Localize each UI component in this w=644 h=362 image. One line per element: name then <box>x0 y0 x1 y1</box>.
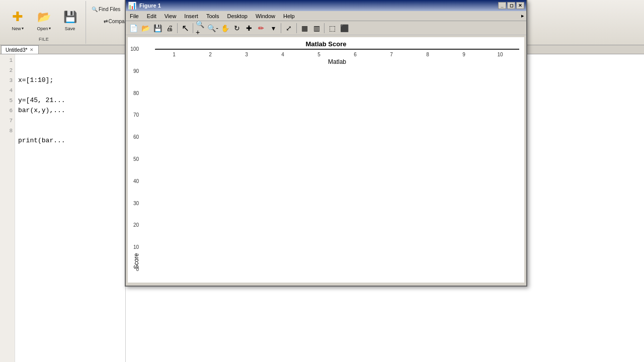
x-label-1: 1 <box>156 54 192 57</box>
y-tick-50: 50 <box>133 156 139 162</box>
code-line-2: x=[1:10]; <box>18 76 53 84</box>
code-line-5: bar(x,y),... <box>18 107 65 114</box>
x-axis-label: Matlab <box>155 57 519 66</box>
line-num-8: 8 <box>0 126 15 136</box>
code-line-3 <box>18 86 22 94</box>
editor-tab[interactable]: Untitled3* ✕ <box>1 45 39 54</box>
line-numbers: 1 2 3 4 5 6 7 8 <box>0 54 15 362</box>
x-label-6: 6 <box>337 54 373 57</box>
chart-area: Matlab Score Score 100 90 80 70 60 50 40 <box>128 54 524 283</box>
line-num-2: 2 <box>0 65 15 75</box>
toolbar-group-file: ✚ New ▾ 📂 Open ▾ 💾 Save FILE <box>2 1 86 44</box>
y-tick-80: 80 <box>133 90 139 96</box>
y-tick-10: 10 <box>133 244 139 250</box>
code-line-4: y=[45, 21... <box>18 97 65 104</box>
save-icon: 💾 <box>61 8 79 26</box>
code-line-6 <box>18 117 22 124</box>
line-num-4: 4 <box>0 85 15 96</box>
open-icon: 📂 <box>35 8 53 26</box>
compare-icon: ⇄ <box>104 19 108 24</box>
new-button[interactable]: ✚ New ▾ <box>5 7 30 33</box>
find-files-button[interactable]: 🔍 Find Files <box>89 5 123 14</box>
line-num-5: 5 <box>0 96 15 106</box>
y-tick-0: 0 <box>136 266 139 272</box>
y-tick-60: 60 <box>133 134 139 140</box>
code-content: x=[1:10]; y=[45, 21... bar(x,y),... prin… <box>16 54 125 157</box>
code-line-1 <box>18 66 22 74</box>
main-body: Untitled3* ✕ 1 2 3 4 5 6 7 8 x=[1:10]; y… <box>0 45 644 362</box>
code-line-7 <box>18 127 22 134</box>
x-label-4: 4 <box>265 54 301 57</box>
find-files-label: Find Files <box>99 7 120 12</box>
find-files-icon: 🔍 <box>92 7 98 12</box>
file-group-label: FILE <box>39 37 49 43</box>
x-label-5: 5 <box>301 54 337 57</box>
new-label: New <box>12 26 21 31</box>
x-axis-labels: 12345678910 <box>155 54 519 57</box>
open-label: Open <box>37 26 48 31</box>
code-line-8: print(bar... <box>18 137 65 144</box>
tab-close-button[interactable]: ✕ <box>29 47 34 52</box>
x-label-9: 9 <box>446 54 482 57</box>
code-main: 1 2 3 4 5 6 7 8 x=[1:10]; y=[45, 21... b… <box>0 54 644 362</box>
new-icon: ✚ <box>9 8 27 26</box>
x-label-10: 10 <box>482 54 518 57</box>
x-label-8: 8 <box>410 54 446 57</box>
y-tick-40: 40 <box>133 178 139 184</box>
line-num-7: 7 <box>0 116 15 126</box>
y-axis-label: Score <box>131 54 140 269</box>
x-label-3: 3 <box>228 54 265 57</box>
chart-inner: Score 100 90 80 70 60 50 40 30 20 <box>128 54 524 274</box>
y-tick-90: 90 <box>133 68 139 73</box>
y-tick-70: 70 <box>133 112 139 118</box>
new-dropdown-arrow: ▾ <box>22 26 24 31</box>
line-num-6: 6 <box>0 106 15 116</box>
open-button[interactable]: 📂 Open ▾ <box>31 7 56 33</box>
figure-window: 📊 Figure 1 _ ◻ ✕ File Edit View Insert T… <box>125 54 527 287</box>
x-label-2: 2 <box>192 54 228 57</box>
open-dropdown-arrow: ▾ <box>49 26 51 31</box>
save-label: Save <box>65 26 75 31</box>
y-tick-20: 20 <box>133 222 139 228</box>
line-num-3: 3 <box>0 75 15 85</box>
x-label-7: 7 <box>373 54 410 57</box>
tab-label: Untitled3* <box>6 47 27 53</box>
line-num-1: 1 <box>0 55 15 65</box>
y-tick-30: 30 <box>133 200 139 206</box>
code-editor[interactable]: 1 2 3 4 5 6 7 8 x=[1:10]; y=[45, 21... b… <box>0 54 126 362</box>
save-button[interactable]: 💾 Save <box>57 7 83 33</box>
